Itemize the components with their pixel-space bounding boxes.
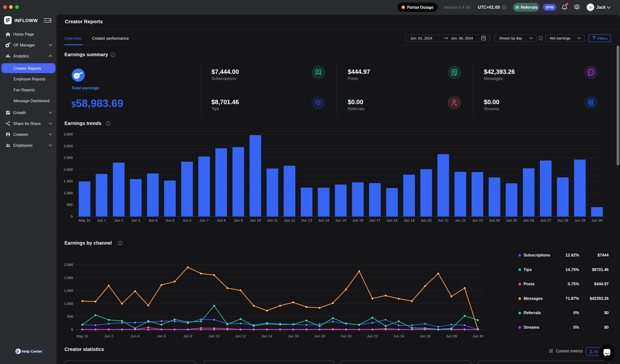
svg-text:1,500: 1,500 — [64, 288, 73, 293]
svg-text:$0: $0 — [604, 310, 609, 315]
svg-text:Jun 16: Jun 16 — [352, 218, 363, 222]
svg-text:Ja: Ja — [589, 6, 592, 9]
svg-text:Jun 12: Jun 12 — [284, 218, 295, 222]
svg-text:Jun 1: Jun 1 — [97, 218, 106, 222]
svg-text:Jun 24: Jun 24 — [489, 218, 500, 222]
svg-text:$42393.26: $42393.26 — [590, 296, 609, 301]
svg-text:Jun 3: Jun 3 — [131, 218, 140, 222]
svg-text:Jun 10: Jun 10 — [250, 218, 261, 222]
svg-text:Jun 20: Jun 20 — [421, 218, 432, 222]
svg-text:0.75%: 0.75% — [568, 282, 579, 286]
svg-text:Jun 14: Jun 14 — [261, 334, 272, 338]
svg-text:Jun 14: Jun 14 — [318, 218, 329, 222]
svg-text:Home Page: Home Page — [13, 32, 34, 36]
svg-text:Posts: Posts — [348, 76, 358, 81]
svg-text:Net earnings: Net earnings — [550, 36, 570, 40]
svg-text:INFLOWW: INFLOWW — [15, 18, 38, 23]
svg-text:$444.97: $444.97 — [594, 282, 609, 286]
svg-text:Share for Share: Share for Share — [13, 121, 41, 126]
svg-text:Jun 7: Jun 7 — [200, 218, 209, 222]
svg-text:Shown by day: Shown by day — [499, 36, 522, 40]
svg-text:$7,444.00: $7,444.00 — [211, 68, 239, 75]
svg-text:$8701.46: $8701.46 — [592, 267, 609, 272]
svg-text:$0.00: $0.00 — [484, 99, 499, 105]
svg-text:Jun 16: Jun 16 — [288, 334, 299, 338]
svg-text:Overview: Overview — [64, 36, 81, 40]
svg-text:Jun. 30, 2024: Jun. 30, 2024 — [451, 36, 473, 40]
svg-text:Creator Reports: Creator Reports — [14, 66, 41, 71]
svg-text:Posts: Posts — [524, 282, 535, 286]
svg-text:Streams: Streams — [524, 325, 539, 329]
svg-text:Streams: Streams — [484, 106, 499, 111]
svg-text:3,500: 3,500 — [63, 132, 73, 136]
svg-text:1,000: 1,000 — [64, 302, 73, 306]
svg-text:Jun 15: Jun 15 — [335, 218, 346, 222]
svg-text:Jun 22: Jun 22 — [367, 334, 378, 338]
svg-text:Jun 22: Jun 22 — [455, 218, 466, 222]
svg-text:Jun 27: Jun 27 — [540, 218, 551, 222]
svg-text:Employee Reports: Employee Reports — [14, 77, 46, 81]
svg-text:Jun 21: Jun 21 — [438, 218, 449, 222]
svg-text:Employees: Employees — [13, 143, 32, 148]
svg-text:Growth: Growth — [13, 111, 26, 115]
svg-text:0%: 0% — [573, 325, 579, 329]
svg-text:Jun 30: Jun 30 — [472, 334, 483, 338]
svg-text:Jun 18: Jun 18 — [314, 334, 325, 338]
svg-text:$8,701.46: $8,701.46 — [211, 99, 239, 105]
svg-text:Ex: Ex — [595, 349, 599, 354]
svg-text:2,500: 2,500 — [64, 262, 73, 267]
svg-text:Jun 30: Jun 30 — [591, 218, 602, 222]
svg-text:Jun 2: Jun 2 — [114, 218, 123, 222]
svg-text:Jun 6: Jun 6 — [183, 218, 192, 222]
svg-text:Analytics: Analytics — [13, 54, 29, 58]
svg-text:Creators: Creators — [13, 133, 28, 136]
svg-text:3,000: 3,000 — [63, 144, 73, 148]
svg-text:Jun 4: Jun 4 — [148, 218, 157, 222]
svg-text:Jun 28: Jun 28 — [557, 218, 568, 222]
svg-text:Jun 26: Jun 26 — [523, 218, 534, 222]
svg-text:Subscriptions: Subscriptions — [524, 253, 550, 257]
svg-text:Version 5.4.30: Version 5.4.30 — [444, 5, 470, 10]
svg-text:$58,983.69: $58,983.69 — [71, 97, 123, 109]
svg-text:$0.00: $0.00 — [348, 99, 363, 105]
svg-text:Filters: Filters — [597, 36, 607, 40]
svg-text:1,000: 1,000 — [63, 191, 73, 195]
svg-text:Subscriptions: Subscriptions — [211, 76, 236, 81]
svg-text:Creator performance: Creator performance — [92, 36, 129, 40]
svg-text:Referrals: Referrals — [348, 106, 364, 111]
svg-text:Jun. 01, 2024: Jun. 01, 2024 — [410, 36, 432, 40]
svg-text:Jun 24: Jun 24 — [393, 334, 404, 338]
svg-text:Custom metrics: Custom metrics — [556, 349, 583, 353]
svg-text:1,500: 1,500 — [63, 179, 73, 183]
svg-text:0%: 0% — [573, 310, 579, 315]
svg-text:Referrals: Referrals — [521, 5, 537, 9]
svg-text:Jun 12: Jun 12 — [235, 334, 246, 338]
svg-text:Jun 11: Jun 11 — [267, 218, 278, 222]
svg-text:500: 500 — [67, 202, 73, 207]
svg-text:500: 500 — [67, 314, 73, 318]
svg-text:2,000: 2,000 — [64, 276, 73, 280]
svg-text:Referrals: Referrals — [524, 310, 541, 315]
svg-text:Jun 8: Jun 8 — [217, 218, 226, 222]
svg-text:Jun 4: Jun 4 — [131, 334, 140, 338]
svg-text:2,000: 2,000 — [63, 167, 73, 171]
svg-text:14.75%: 14.75% — [566, 267, 579, 272]
svg-text:Jun 23: Jun 23 — [472, 218, 483, 222]
svg-text:12.62%: 12.62% — [566, 253, 579, 257]
svg-text:Tips: Tips — [524, 267, 532, 272]
svg-text:Jun 29: Jun 29 — [574, 218, 585, 222]
svg-text:Creator Reports: Creator Reports — [65, 19, 103, 24]
svg-text:Jun 25: Jun 25 — [506, 218, 517, 222]
svg-text:Jun 10: Jun 10 — [209, 334, 220, 338]
svg-text:Jun 8: Jun 8 — [183, 334, 192, 338]
svg-text:SFW: SFW — [546, 5, 554, 9]
svg-text:Jun 5: Jun 5 — [165, 218, 174, 222]
svg-text:OF Manager: OF Manager — [13, 43, 35, 47]
svg-text:Jun 6: Jun 6 — [157, 334, 166, 338]
svg-text:Jun 28: Jun 28 — [446, 334, 457, 338]
svg-text:0: 0 — [71, 214, 73, 218]
svg-text:$42,393.26: $42,393.26 — [484, 68, 515, 75]
svg-text:Jack: Jack — [596, 5, 606, 10]
svg-text:UTC+01:00: UTC+01:00 — [478, 5, 500, 10]
svg-text:Jun 18: Jun 18 — [387, 218, 397, 222]
